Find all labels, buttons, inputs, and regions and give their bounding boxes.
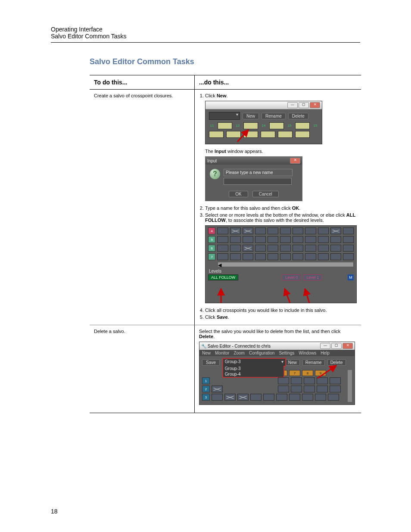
grid-cell[interactable] [295, 131, 310, 138]
crosspoint-cell[interactable] [268, 245, 278, 252]
dropdown-item[interactable]: Group-4 [223, 371, 283, 377]
crosspoint-cell[interactable] [293, 245, 303, 252]
vertical-scrollbar[interactable] [348, 370, 352, 402]
grid-cell[interactable] [261, 131, 275, 138]
crosspoint-cell[interactable] [343, 227, 354, 234]
close-icon[interactable]: ✕ [342, 343, 353, 349]
crosspoint-cell[interactable] [318, 236, 329, 243]
all-follow-button[interactable]: ALL FOLLOW [208, 274, 238, 280]
crosspoint-cell[interactable] [255, 236, 266, 243]
crosspoint-cell[interactable] [317, 386, 328, 392]
grid-cell[interactable] [209, 131, 224, 138]
menu-item[interactable]: Windows [299, 351, 317, 355]
delete-button[interactable]: Delete [288, 113, 308, 119]
close-icon[interactable]: ✕ [310, 102, 320, 108]
crosspoint-cell[interactable] [304, 386, 315, 392]
crosspoint-cell[interactable] [315, 394, 326, 401]
horizontal-scrollbar[interactable]: ◀ [218, 262, 354, 267]
grid-cell[interactable] [295, 122, 310, 129]
crosspoint-cell[interactable] [330, 227, 341, 234]
crosspoint-cell[interactable] [291, 377, 302, 384]
crosspoint-cell[interactable] [289, 394, 300, 401]
crosspoint-cell[interactable] [305, 245, 316, 252]
new-button[interactable]: New [243, 113, 259, 119]
crosspoint-cell[interactable] [302, 394, 313, 401]
crosspoint-cell[interactable] [230, 245, 241, 252]
minimize-icon[interactable]: — [320, 343, 330, 349]
crosspoint-cell[interactable] [280, 236, 291, 243]
cancel-button[interactable]: Cancel [252, 191, 279, 197]
crosspoint-cell[interactable] [343, 245, 354, 252]
crosspoint-cell[interactable] [212, 386, 223, 392]
crosspoint-cell[interactable] [268, 236, 278, 243]
crosspoint-cell[interactable] [330, 245, 341, 252]
menu-item[interactable]: Zoom [234, 351, 245, 355]
crosspoint-cell[interactable] [280, 253, 291, 260]
crosspoint-cell[interactable] [217, 253, 228, 260]
maximize-icon[interactable]: ▢ [299, 102, 309, 108]
menu-item[interactable]: Configuration [249, 351, 274, 355]
menu-item[interactable]: Help [321, 351, 330, 355]
crosspoint-cell[interactable] [305, 227, 316, 234]
crosspoint-cell[interactable] [217, 245, 228, 252]
crosspoint-cell[interactable] [278, 377, 289, 384]
crosspoint-cell[interactable] [280, 227, 291, 234]
crosspoint-cell[interactable] [243, 253, 253, 260]
menu-item[interactable]: Settings [279, 351, 294, 355]
close-icon[interactable]: ✕ [290, 158, 300, 164]
crosspoint-cell[interactable] [293, 236, 303, 243]
name-input[interactable] [224, 178, 292, 185]
crosspoint-cell[interactable] [328, 394, 339, 401]
crosspoint-cell[interactable] [304, 377, 315, 384]
crosspoint-cell[interactable] [243, 245, 253, 252]
crosspoint-cell[interactable] [224, 394, 236, 401]
grid-cell[interactable] [278, 131, 293, 138]
crosspoint-cell[interactable] [243, 227, 253, 234]
crosspoint-cell[interactable] [276, 394, 287, 401]
crosspoint-cell[interactable] [330, 386, 341, 392]
crosspoint-cell[interactable] [305, 253, 316, 260]
crosspoint-cell[interactable] [305, 236, 316, 243]
crosspoint-cell[interactable] [255, 227, 266, 234]
menu-item[interactable]: Monitor [215, 351, 229, 355]
crosspoint-cell[interactable] [330, 253, 341, 260]
crosspoint-cell[interactable] [217, 227, 228, 234]
crosspoint-cell[interactable] [343, 236, 354, 243]
grid-cell[interactable] [218, 122, 232, 129]
crosspoint-cell[interactable] [293, 253, 303, 260]
crosspoint-cell[interactable] [230, 227, 241, 234]
crosspoint-cell[interactable] [230, 253, 241, 260]
crosspoint-cell[interactable] [217, 236, 228, 243]
crosspoint-cell[interactable] [293, 227, 303, 234]
dropdown-item[interactable]: Group-3 [223, 366, 283, 371]
crosspoint-cell[interactable] [318, 253, 329, 260]
crosspoint-cell[interactable] [255, 245, 266, 252]
crosspoint-cell[interactable] [318, 245, 329, 252]
crosspoint-cell[interactable] [263, 394, 274, 401]
new-button[interactable]: New [285, 359, 300, 366]
rename-button[interactable]: Rename [262, 113, 286, 119]
crosspoint-cell[interactable] [268, 227, 278, 234]
menu-item[interactable]: New [202, 351, 211, 355]
crosspoint-cell[interactable] [343, 253, 354, 260]
level-0-button[interactable]: Level 0 [282, 274, 301, 280]
crosspoint-cell[interactable] [268, 253, 278, 260]
minimize-icon[interactable]: — [287, 102, 298, 108]
crosspoint-cell[interactable] [212, 394, 223, 401]
crosspoint-cell[interactable] [250, 394, 262, 401]
crosspoint-cell[interactable] [318, 227, 329, 234]
maximize-icon[interactable]: ▢ [331, 343, 342, 349]
crosspoint-cell[interactable] [237, 394, 249, 401]
salvo-dropdown[interactable]: Group-3 [222, 358, 286, 367]
crosspoint-cell[interactable] [278, 386, 289, 392]
crosspoint-cell[interactable] [255, 253, 266, 260]
crosspoint-cell[interactable] [230, 236, 241, 243]
ss1-dropdown[interactable] [209, 112, 240, 120]
save-button[interactable]: Save [202, 359, 220, 366]
crosspoint-cell[interactable] [243, 236, 253, 243]
ok-button[interactable]: OK [229, 191, 248, 197]
level-1-button[interactable]: Level 1 [303, 274, 322, 280]
crosspoint-cell[interactable] [280, 245, 291, 252]
crosspoint-cell[interactable] [330, 236, 341, 243]
crosspoint-cell[interactable] [291, 386, 302, 392]
